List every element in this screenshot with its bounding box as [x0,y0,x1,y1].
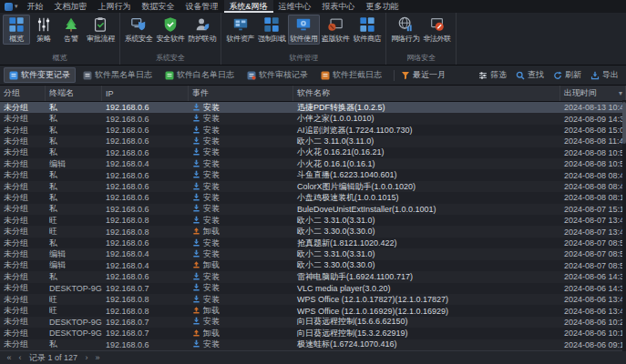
filter-sliders-button[interactable]: 筛选 [478,69,507,81]
menu-item-5[interactable]: 设备管理 [180,0,224,13]
group-cell: 未分组 [0,203,46,215]
group-cell: 未分组 [0,282,46,294]
table-row[interactable]: 未分组私192.168.0.6安装斗鱼直播(1.6223.1040.601)20… [0,169,626,180]
group-cell: 未分组 [0,113,46,125]
table-row[interactable]: 未分组旺192.168.0.8卸载WPS Office (12.1.0.1692… [0,305,626,316]
column-header[interactable]: 事件 [189,86,293,101]
table-row[interactable]: 未分组DESKTOP-9GBNA80192.168.0.7卸载向日葵远程控制(1… [0,328,626,339]
table-row[interactable]: 未分组编辑192.168.0.4卸载欧小二 3.30.0(3.30.0)2024… [0,260,626,271]
first-page-button[interactable]: « [5,352,13,363]
menu-item-8[interactable]: 报表中心 [317,0,361,13]
ribbon-button[interactable]: 网络行为 [389,15,421,45]
search-button[interactable]: 查找 [516,69,544,81]
group-cell: 未分组 [0,192,46,204]
install-icon [192,272,200,280]
prev-page-button[interactable]: ‹ [16,352,24,363]
column-header[interactable]: IP [102,86,189,101]
event-label: 安装 [203,147,220,157]
table-row[interactable]: 未分组私192.168.0.6安装小盘鸡极速装机(1.0.0.1015)2024… [0,192,626,203]
time-cell: 2024-08-06 09:13:17 [560,340,626,349]
software-name-cell: 小火花 0.16.1(0.16.1) [293,158,560,170]
column-header[interactable]: 分组 [0,86,46,101]
event-cell: 安装 [189,181,293,193]
last-page-button[interactable]: » [94,352,101,363]
ribbon-button[interactable]: 策略 [30,15,57,45]
table-row[interactable]: 未分组编辑192.168.0.4安装小火花 0.16.1(0.16.1)2024… [0,158,626,169]
ribbon-button[interactable]: 概览 [3,15,30,45]
table-row[interactable]: 未分组编辑192.168.0.4安装欧小二 3.31.0(3.31.0)2024… [0,248,626,259]
tab-5[interactable]: 软件拦截日志 [315,67,387,83]
menu-item-9[interactable]: 更多功能 [361,0,405,13]
export-button[interactable]: 导出 [590,69,619,81]
ribbon-button[interactable]: 系统安全 [123,15,155,45]
app-menu-button[interactable]: ▾ [5,3,18,11]
ribbon-button[interactable]: 软件使用 [288,15,320,45]
time-cell: 2024-08-08 08:17:14 [560,193,626,202]
ribbon-button[interactable]: 告警 [57,15,85,45]
ribbon-button[interactable]: 非法外联 [421,15,453,45]
time-filter-label: 最近一月 [413,69,446,81]
table-row[interactable]: 未分组私192.168.0.6安装ColorX图片编辑助手(1.0.0.1020… [0,181,626,192]
table-row[interactable]: 未分组私192.168.0.6安装抢真题新(1.8121.1020.422)20… [0,238,626,248]
refresh-button[interactable]: 刷新 [553,69,581,81]
software-name-cell: 小火花 0.16.21(0.16.21) [293,147,560,158]
table-row[interactable]: 未分组私192.168.0.6安装小火花 0.16.21(0.16.21)202… [0,147,626,158]
tab-1[interactable]: 软件变更记录 [4,67,76,83]
group-cell: 未分组 [0,181,46,193]
terminal-cell: 私 [46,102,102,114]
menu-item-1[interactable]: 开始 [22,0,49,13]
ip-cell: 192.168.0.6 [102,126,189,135]
column-header[interactable]: 终端名 [46,86,102,101]
menu-item-2[interactable]: 文档加密 [49,0,93,13]
column-header[interactable]: 出现时间▾ [560,86,626,101]
table-row[interactable]: 未分组私192.168.0.6安装AI追剧浏览器(1.7224.1100.730… [0,125,626,136]
tab-2[interactable]: 软件黑名单日志 [77,67,158,83]
ribbon-button[interactable]: 软件资产 [224,15,256,45]
event-cell: 安装 [189,238,293,249]
table-row[interactable]: 未分组旺192.168.0.8卸载欧小二 3.30.0(3.30.0)2024-… [0,226,626,237]
table-row[interactable]: 未分组DESKTOP-9GBNA80192.168.0.7安装VLC media… [0,283,626,294]
tab-3[interactable]: 软件白名单日志 [159,67,240,83]
software-name-cell: WPS Office (12.1.0.17827)(12.1.0.17827) [293,295,560,304]
ribbon-button[interactable]: 软件商店 [352,15,384,45]
event-cell: 安装 [189,158,293,170]
time-filter-button[interactable]: 最近一月 [401,69,446,81]
tab-4[interactable]: 软件审核记录 [241,67,313,83]
table-row[interactable]: 未分组旺192.168.0.8安装WPS Office (12.1.0.1782… [0,294,626,305]
ip-cell: 192.168.0.7 [102,284,189,293]
table-row[interactable]: 未分组私192.168.0.6安装极速蛙标(1.6724.1070.416)20… [0,339,626,350]
menu-item-3[interactable]: 上网行为 [93,0,137,13]
ip-cell: 192.168.0.6 [102,340,189,349]
table-row[interactable]: 未分组私192.168.0.6安装小伴之家(1.0.0.1010)2024-08… [0,113,626,124]
sort-caret-icon[interactable]: ▾ [619,89,622,97]
table-row[interactable]: 未分组私192.168.0.6安装欧小二 3.11.0(3.11.0)2024-… [0,136,626,147]
group-cell: 未分组 [0,238,46,249]
ribbon-button[interactable]: 审批流程 [85,15,117,45]
vertical-scrollbar[interactable] [622,100,626,351]
terminal-cell: 编辑 [46,248,102,260]
table-row[interactable]: 未分组DESKTOP-9GBNA80192.168.0.7安装向日葵远程控制(1… [0,317,626,328]
scrollbar-thumb[interactable] [622,102,626,144]
table-row[interactable]: 未分组私192.168.0.6安装BuleDoveUnistExtInstall… [0,204,626,215]
ribbon-button[interactable]: 强制卸载 [256,15,288,45]
table-row[interactable]: 未分组私192.168.0.6安装迅捷PDF转换器(1.0.2.5)2024-0… [0,102,626,113]
install-icon [192,126,200,134]
terminal-cell: 私 [46,271,102,283]
console-window: ▾ 开始文档加密上网行为数据安全设备管理系统&网络运维中心报表中心更多功能 概览… [0,0,626,364]
ribbon-button[interactable]: 防护联动 [186,15,218,45]
ribbon-button[interactable]: 安全软件 [155,15,187,45]
event-cell: 安装 [189,339,293,350]
software-name-cell: 抢真题新(1.8121.1020.422) [293,238,560,249]
refresh-icon [553,71,562,80]
ribbon-button[interactable]: 盗版软件 [320,15,352,45]
menu-item-6[interactable]: 系统&网络 [224,0,273,13]
menu-item-4[interactable]: 数据安全 [137,0,180,13]
time-cell: 2024-08-07 13:48:32 [560,216,626,225]
next-page-button[interactable]: › [83,352,90,363]
table-row[interactable]: 未分组私192.168.0.6安装雷神电脑助手(1.6924.1100.717)… [0,271,626,282]
time-cell: 2024-08-07 08:54:35 [560,261,626,270]
menu-item-7[interactable]: 运维中心 [273,0,317,13]
table-row[interactable]: 未分组旺192.168.0.8安装欧小二 3.31.0(3.31.0)2024-… [0,215,626,226]
search-icon [516,71,525,80]
column-header[interactable]: 软件名称 [293,86,560,101]
